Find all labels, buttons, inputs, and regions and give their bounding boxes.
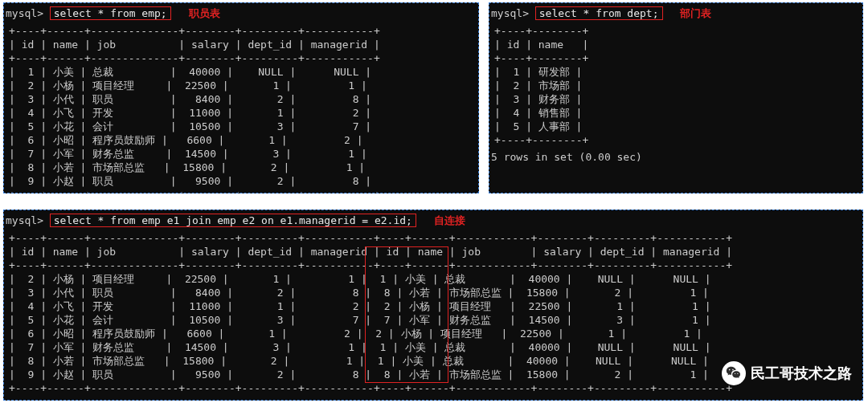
mysql-prompt: mysql>: [491, 7, 529, 19]
watermark-text: 民工哥技术之路: [751, 364, 852, 383]
dept-badge: 部门表: [680, 7, 711, 19]
watermark: 民工哥技术之路: [722, 361, 852, 385]
mysql-prompt: mysql>: [6, 7, 43, 19]
wechat-icon: [722, 361, 746, 385]
join-status: 8 rows in set (0.00 sec): [4, 397, 862, 401]
mysql-prompt: mysql>: [6, 214, 43, 226]
join-badge: 自连接: [434, 214, 465, 226]
emp-query: select * from emp;: [50, 6, 171, 20]
emp-terminal: mysql> select * from emp; 职员表 +----+----…: [3, 2, 479, 193]
join-query: select * from emp e1 join emp e2 on e1.m…: [50, 214, 416, 227]
join-prompt-line: mysql> select * from emp e1 join emp e2 …: [4, 210, 862, 231]
emp-badge: 职员表: [189, 7, 220, 19]
dept-prompt-line: mysql> select * from dept; 部门表: [489, 3, 862, 24]
dept-query: select * from dept;: [535, 6, 663, 20]
dept-status: 5 rows in set (0.00 sec): [489, 149, 862, 165]
dept-terminal: mysql> select * from dept; 部门表 +----+---…: [489, 2, 863, 193]
emp-table: +----+------+--------------+--------+---…: [4, 24, 478, 193]
dept-table: +----+--------+ | id | name | +----+----…: [489, 24, 862, 149]
emp-prompt-line: mysql> select * from emp; 职员表: [4, 3, 478, 24]
